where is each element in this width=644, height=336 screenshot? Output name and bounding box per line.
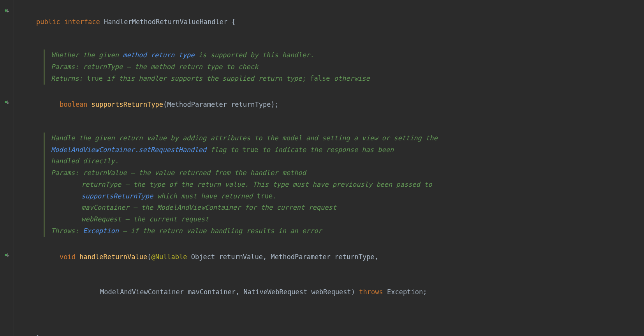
javadoc-params: Params: returnValue – the value returned…: [51, 167, 644, 179]
return-type: void: [60, 253, 76, 261]
javadoc-param-4: webRequest – the current request: [81, 214, 644, 225]
javadoc-summary: Handle the given return value by adding …: [51, 133, 644, 144]
javadoc-params: Params: returnType – the method return t…: [51, 61, 644, 73]
javadoc-link[interactable]: supportsReturnType: [81, 192, 153, 200]
interface-keyword: interface: [64, 18, 100, 26]
close-brace: }: [20, 321, 644, 336]
javadoc-summary: Whether the given method return type is …: [51, 50, 644, 61]
throws-keyword: throws: [359, 288, 383, 296]
return-type: boolean: [60, 101, 88, 108]
gutter-implementing-icon-1[interactable]: [0, 5, 14, 16]
interface-declaration: public interface HandlerMethodReturnValu…: [20, 5, 644, 39]
method-signature-supportsReturnType: boolean supportsReturnType(MethodParamet…: [20, 88, 644, 122]
annotation-nullable: @Nullable: [151, 253, 187, 261]
gutter-implementing-icon-2[interactable]: [0, 96, 14, 108]
javadoc-summary-line3: handled directly.: [51, 156, 644, 167]
code-editor[interactable]: public interface HandlerMethodReturnValu…: [14, 0, 644, 336]
javadoc-param-3: mavContainer – the ModelAndViewContainer…: [81, 202, 644, 214]
method-name: supportsReturnType: [91, 101, 163, 108]
interface-name: HandlerMethodReturnValueHandler: [104, 18, 227, 26]
method-signature-handleReturnValue: void handleReturnValue(@Nullable Object …: [20, 240, 644, 275]
javadoc-throws: Throws: Exception – if the return value …: [51, 225, 644, 237]
javadoc-link[interactable]: Exception: [83, 227, 119, 235]
javadoc-block-1: Whether the given method return type is …: [44, 50, 644, 84]
method-name: handleReturnValue: [79, 253, 147, 261]
open-brace: {: [227, 18, 235, 26]
javadoc-returns: Returns: true if this handler supports t…: [51, 73, 644, 85]
javadoc-link[interactable]: method return type: [123, 51, 194, 59]
javadoc-block-2: Handle the given return value by adding …: [44, 133, 644, 237]
blank-line: [20, 309, 644, 321]
modifier-keyword: public: [36, 18, 60, 26]
method-signature-handleReturnValue-line2: ModelAndViewContainer mavContainer, Nati…: [20, 275, 644, 309]
editor-gutter: [0, 0, 14, 336]
javadoc-param-2: returnType – the type of the return valu…: [81, 179, 644, 191]
gutter-implementing-icon-3[interactable]: [0, 249, 14, 261]
javadoc-param-2b: supportsReturnType which must have retur…: [81, 191, 644, 202]
javadoc-link[interactable]: ModelAndViewContainer.setRequestHandled: [51, 146, 206, 154]
javadoc-summary-line2: ModelAndViewContainer.setRequestHandled …: [51, 144, 644, 156]
